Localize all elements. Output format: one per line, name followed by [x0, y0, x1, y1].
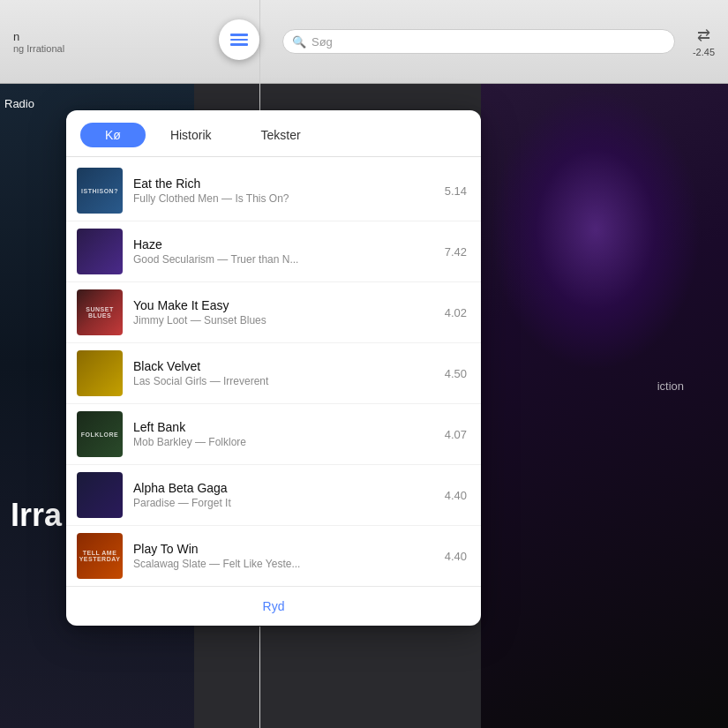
song-info: You Make It EasyJimmy Loot — Sunset Blue… — [133, 298, 425, 326]
song-meta: Paradise — Forget It — [133, 497, 425, 509]
queue-icon — [230, 34, 248, 46]
song-info: HazeGood Secularism — Truer than N... — [133, 237, 425, 266]
song-item[interactable]: SUNSET BLUESYou Make It EasyJimmy Loot —… — [66, 282, 481, 343]
song-item[interactable]: Alpha Beta GagaParadise — Forget It4.40 — [66, 465, 481, 526]
album-art: SUNSET BLUES — [77, 289, 123, 335]
song-title: Play To Win — [133, 542, 425, 556]
repeat-button[interactable]: ⇄ -2.45 — [693, 26, 715, 57]
song-title: Black Velvet — [133, 359, 425, 373]
track-title: n — [13, 30, 119, 43]
song-item[interactable]: HazeGood Secularism — Truer than N...7.4… — [66, 221, 481, 282]
song-info: Black VelvetLas Social Girls — Irreveren… — [133, 359, 425, 387]
album-art: FOLKLORE — [77, 411, 123, 457]
panel-tabs: Kø Historik Tekster — [66, 110, 481, 157]
song-item[interactable]: ISTHISON?Eat the RichFully Clothed Men —… — [66, 161, 481, 221]
song-list: ISTHISON?Eat the RichFully Clothed Men —… — [66, 157, 481, 586]
song-title: Haze — [133, 237, 425, 251]
tab-queue[interactable]: Kø — [80, 123, 146, 147]
song-duration: 4.07 — [436, 428, 467, 441]
album-art — [77, 350, 123, 396]
song-title: Alpha Beta Gaga — [133, 481, 425, 495]
now-playing-info: n ng Irrational — [13, 30, 119, 54]
song-meta: Good Secularism — Truer than N... — [133, 253, 425, 266]
song-info: Left BankMob Barkley — Folklore — [133, 420, 425, 448]
queue-line-1 — [230, 34, 248, 36]
song-duration: 4.50 — [436, 367, 467, 380]
tab-lyrics[interactable]: Tekster — [236, 123, 326, 147]
song-duration: 4.40 — [436, 550, 467, 563]
song-item[interactable]: FOLKLORELeft BankMob Barkley — Folklore4… — [66, 404, 481, 465]
radio-tab[interactable]: Radio — [4, 97, 34, 110]
connector-line-top — [259, 0, 260, 128]
song-title: You Make It Easy — [133, 298, 425, 312]
queue-button[interactable] — [219, 19, 259, 60]
queue-line-2 — [230, 39, 248, 41]
album-art — [77, 472, 123, 518]
track-subtitle: ng Irrational — [13, 43, 119, 54]
search-placeholder: Søg — [311, 35, 333, 49]
search-bar[interactable]: 🔍 Søg — [282, 29, 675, 54]
song-duration: 4.02 — [436, 306, 467, 319]
irra-background-text: Irra — [11, 497, 62, 534]
song-title: Eat the Rich — [133, 176, 425, 191]
album-art: ISTHISON? — [77, 168, 123, 214]
song-item[interactable]: Black VelvetLas Social Girls — Irreveren… — [66, 343, 481, 404]
repeat-value: -2.45 — [693, 47, 715, 57]
queue-button-container — [219, 19, 259, 60]
queue-line-3 — [230, 43, 248, 46]
song-info: Play To WinScalawag Slate — Felt Like Ye… — [133, 542, 425, 570]
song-meta: Scalawag Slate — Felt Like Yeste... — [133, 558, 425, 570]
repeat-icon: ⇄ — [697, 26, 710, 45]
search-icon: 🔍 — [292, 35, 306, 49]
song-duration: 7.42 — [436, 245, 467, 259]
clear-button[interactable]: Ryd — [263, 599, 285, 613]
song-duration: 5.14 — [436, 184, 467, 198]
song-item[interactable]: TELL AME YESTERDAYPlay To WinScalawag Sl… — [66, 526, 481, 586]
song-info: Eat the RichFully Clothed Men — Is This … — [133, 176, 425, 205]
song-meta: Fully Clothed Men — Is This On? — [133, 192, 425, 205]
iction-background-text: iction — [657, 379, 684, 393]
song-meta: Jimmy Loot — Sunset Blues — [133, 314, 425, 326]
song-info: Alpha Beta GagaParadise — Forget It — [133, 481, 425, 509]
clear-button-row: Ryd — [66, 586, 481, 626]
album-art — [77, 229, 123, 274]
connector-line-bottom — [259, 627, 260, 728]
song-meta: Mob Barkley — Folklore — [133, 436, 425, 448]
song-meta: Las Social Girls — Irreverent — [133, 375, 425, 387]
bg-purple-blur — [490, 88, 702, 371]
song-duration: 4.40 — [436, 489, 467, 502]
song-title: Left Bank — [133, 420, 425, 434]
tab-history[interactable]: Historik — [146, 123, 236, 147]
album-art: TELL AME YESTERDAY — [77, 533, 123, 579]
popup-panel: Kø Historik Tekster ISTHISON?Eat the Ric… — [66, 110, 481, 626]
